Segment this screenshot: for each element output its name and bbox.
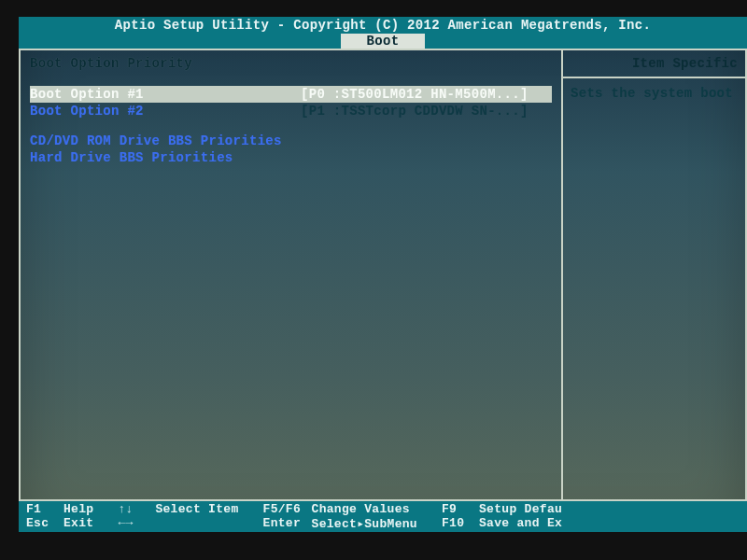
footer-group-1: F1 Help Esc Exit [19,501,110,532]
bios-screen: Aptio Setup Utility - Copyright (C) 2012… [19,17,747,532]
side-title: Item Specific [571,56,738,71]
esc-label: Exit [63,516,110,530]
f5f6-key: F5/F6 [256,502,312,516]
f9-label: Setup Defau [479,502,579,516]
main-panel: Boot Option Priority Boot Option #1 [P0 … [21,50,563,499]
submenu-label: CD/DVD ROM Drive BBS Priorities [30,133,301,149]
enter-label: Select▸SubMenu [312,516,434,531]
footer-group-4: F9 Setup Defau F10 Save and Ex [434,501,579,532]
option-value: [P0 :ST500LM012 HN-M500M...] [301,86,552,103]
side-panel: Item Specific Sets the system boot [563,50,745,499]
updown-key: ↑↓ [110,502,155,516]
tab-boot[interactable]: Boot [341,34,426,49]
header-title: Aptio Setup Utility - Copyright (C) 2012… [115,17,651,34]
f5f6-label: Change Values [312,502,427,516]
leftright-label [155,516,172,530]
submenu-cddvd-bbs[interactable]: CD/DVD ROM Drive BBS Priorities [30,133,552,149]
footer-group-3: F5/F6 Change Values Enter Select▸SubMenu [256,501,434,532]
help-text: Sets the system boot [571,86,738,101]
submenu-harddrive-bbs[interactable]: Hard Drive BBS Priorities [30,149,552,166]
section-title: Boot Option Priority [30,56,552,71]
esc-key: Esc [19,516,63,530]
boot-option-1[interactable]: Boot Option #1 [P0 :ST500LM012 HN-M500M.… [30,86,552,103]
option-value: [P1 :TSSTcorp CDDVDW SN-...] [301,103,552,119]
updown-label: Select Item [155,502,255,516]
f10-key: F10 [434,516,479,530]
option-label: Boot Option #1 [30,86,301,103]
footer-bar: F1 Help Esc Exit ↑↓ Select Item ←→ F5/F6… [19,501,747,532]
spacer [30,119,552,133]
header-bar: Aptio Setup Utility - Copyright (C) 2012… [19,17,747,49]
option-label: Boot Option #2 [30,103,301,119]
f1-key: F1 [19,502,63,516]
f1-label: Help [63,502,110,516]
f10-label: Save and Ex [479,516,579,530]
work-area: Boot Option Priority Boot Option #1 [P0 … [19,49,747,501]
f9-key: F9 [434,502,479,516]
submenu-label: Hard Drive BBS Priorities [30,149,301,166]
footer-group-2: ↑↓ Select Item ←→ [110,501,255,532]
side-divider [563,77,745,78]
leftright-key: ←→ [110,516,155,530]
enter-key: Enter [256,516,312,531]
boot-option-2[interactable]: Boot Option #2 [P1 :TSSTcorp CDDVDW SN-.… [30,103,552,119]
